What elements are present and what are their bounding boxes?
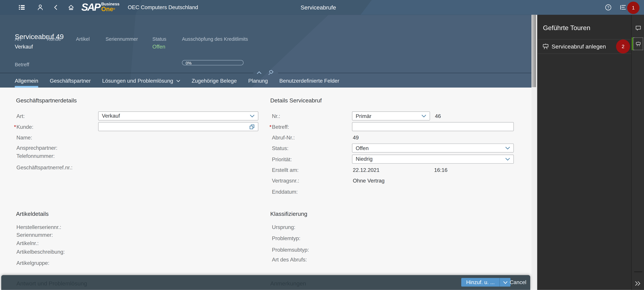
logo-one-text: One® xyxy=(101,6,120,12)
label-artikelbeschreibung: Artikelbeschreibung: xyxy=(16,249,65,255)
field-label-kreditlimit: Ausschöpfung des Kreditlimits xyxy=(182,36,248,42)
betreff-header-label: Betreff xyxy=(15,62,29,67)
scaled-stage: SAP Business One® OEC Computers Deutschl… xyxy=(0,0,644,290)
guided-tours-panel: Geführte Touren Serviceabruf anlegen 2 xyxy=(537,15,644,290)
field-label-artikel: Artikel xyxy=(76,36,90,42)
panel-divider xyxy=(537,53,631,54)
tour-step-badge: 2 xyxy=(616,39,630,53)
label-enddatum: Enddatum: xyxy=(272,189,298,195)
label-artikelnr: Artikelnr.: xyxy=(16,240,39,246)
chevron-down-icon xyxy=(250,114,254,117)
active-tour-indicator xyxy=(632,37,633,50)
form-content xyxy=(0,88,532,290)
svg-text:?: ? xyxy=(607,6,609,10)
erstellt-zeit-value: 16:16 xyxy=(434,167,448,173)
status-select[interactable]: Offen xyxy=(352,143,514,153)
chevron-down-icon xyxy=(421,114,426,117)
label-betreff: *Betreff: xyxy=(270,124,289,130)
rail-divider xyxy=(634,271,642,272)
company-name: OEC Computers Deutschland xyxy=(128,0,198,15)
sap-business-one-logo[interactable]: SAP Business One® xyxy=(81,2,120,13)
tab-zugehoerige-belege[interactable]: Zugehörige Belege xyxy=(192,74,237,88)
notifications-icon[interactable] xyxy=(620,5,626,10)
notification-badge[interactable]: 1 xyxy=(627,2,640,14)
label-seriennummer: Seriennummer: xyxy=(16,232,53,238)
label-status: Status: xyxy=(272,145,288,151)
label-art: Art: xyxy=(16,113,25,119)
panel-title: Geführte Touren xyxy=(543,24,590,32)
label-geschaeftspartnerref: Geschäftspartnerref.nr.: xyxy=(16,164,72,170)
section-title-anmerkungen: Anmerkungen xyxy=(270,280,306,286)
app-window: SAP Business One® OEC Computers Deutschl… xyxy=(0,0,644,290)
label-kunde: *Kunde: xyxy=(14,124,34,130)
tour-item-serviceabruf-anlegen[interactable]: Serviceabruf anlegen 2 xyxy=(537,39,631,53)
label-telefonnummer: Telefonnummer: xyxy=(16,153,55,159)
label-problemtyp: Problemtyp: xyxy=(272,235,300,241)
cancel-button[interactable]: Cancel xyxy=(510,278,526,286)
collapse-panel-icon[interactable] xyxy=(634,280,641,286)
field-value-art: Verkauf xyxy=(15,44,33,50)
chevron-down-icon xyxy=(505,146,510,150)
label-prioritaet: Priorität: xyxy=(272,156,292,162)
label-herstellerseriennr: Herstellerseriennr.: xyxy=(16,224,61,230)
home-icon[interactable] xyxy=(68,4,74,11)
add-and-button[interactable]: Hinzuf. u. ... xyxy=(461,278,511,286)
label-vertragsnr: Vertragsnr.: xyxy=(272,178,299,184)
field-label-seriennummer: Seriennummer xyxy=(106,36,138,42)
feedback-bubble-icon[interactable] xyxy=(636,26,641,31)
section-title-geschaeftspartnerdetails: Geschäftspartnerdetails xyxy=(16,97,77,104)
guided-tours-rail-icon[interactable] xyxy=(636,41,641,47)
header-divider xyxy=(278,73,532,73)
section-title-klassifizierung: Klassifizierung xyxy=(270,211,308,217)
betreff-field xyxy=(352,122,514,131)
kunde-input[interactable] xyxy=(102,124,249,130)
section-title-details-serviceabruf: Details Serviceabruf xyxy=(270,97,322,104)
chevron-down-icon xyxy=(505,157,510,161)
label-problemsubtyp: Problemsubtyp: xyxy=(272,247,309,253)
value-help-icon[interactable] xyxy=(249,124,255,129)
side-rail xyxy=(631,15,644,290)
tab-planung[interactable]: Planung xyxy=(248,74,268,88)
main-scrollbar[interactable] xyxy=(532,15,537,290)
abruf-nr-value: 49 xyxy=(353,135,359,141)
erstellt-datum-value: 22.12.2021 xyxy=(353,167,380,173)
credit-limit-progress: 0% xyxy=(182,60,244,65)
tour-item-label: Serviceabruf anlegen xyxy=(552,43,606,50)
page-title: Serviceabrufe xyxy=(277,0,360,15)
tab-benutzerdefinierte-felder[interactable]: Benutzerdefinierte Felder xyxy=(280,74,339,88)
tab-loesungen[interactable]: Lösungen und Problemlösung xyxy=(102,74,180,88)
kunde-field xyxy=(98,122,258,131)
label-ursprung: Ursprung: xyxy=(272,224,296,230)
section-title-artikeldetails: Artikeldetails xyxy=(16,211,48,217)
field-label-kunde: Kunde xyxy=(47,36,61,42)
label-name: Name: xyxy=(16,135,32,141)
add-button-label[interactable]: Hinzuf. u. ... xyxy=(461,278,500,286)
user-icon[interactable] xyxy=(37,4,44,11)
signpost-icon xyxy=(542,43,549,50)
label-erstellt-am: Erstellt am: xyxy=(272,167,298,173)
add-button-dropdown[interactable] xyxy=(500,278,511,286)
header-divider xyxy=(0,73,254,73)
art-select[interactable]: Verkauf xyxy=(98,111,258,120)
betreff-input[interactable] xyxy=(356,124,510,130)
label-artikelgruppe: Artikelgruppe: xyxy=(16,260,49,266)
label-abruf-nr: Abruf-Nr.: xyxy=(272,135,295,141)
chevron-down-icon xyxy=(176,79,180,82)
label-nr: Nr.: xyxy=(272,113,280,119)
tab-allgemein[interactable]: Allgemein xyxy=(15,74,38,88)
field-label-status: Status xyxy=(152,36,166,42)
tab-bar: Allgemein Geschäftspartner Lösungen und … xyxy=(0,74,532,88)
section-title-antwort: Antwort und Problemlösung xyxy=(16,280,87,286)
scrollbar-thumb[interactable] xyxy=(532,15,536,87)
help-icon[interactable]: ? xyxy=(605,4,612,11)
footer-action-bar: Antwort und Problemlösung Anmerkungen Hi… xyxy=(1,275,530,290)
vertragsnr-value: Ohne Vertrag xyxy=(353,178,384,184)
nr-number-value: 46 xyxy=(435,113,441,119)
prioritaet-select[interactable]: Niedrig xyxy=(352,154,514,164)
nr-select[interactable]: Primär xyxy=(352,111,430,121)
menu-icon[interactable] xyxy=(18,4,25,11)
tab-geschaeftspartner[interactable]: Geschäftspartner xyxy=(50,74,91,88)
field-label-art: Art xyxy=(15,36,21,42)
label-art-des-abrufs: Art des Abrufs: xyxy=(272,256,307,263)
back-icon[interactable] xyxy=(53,4,59,11)
